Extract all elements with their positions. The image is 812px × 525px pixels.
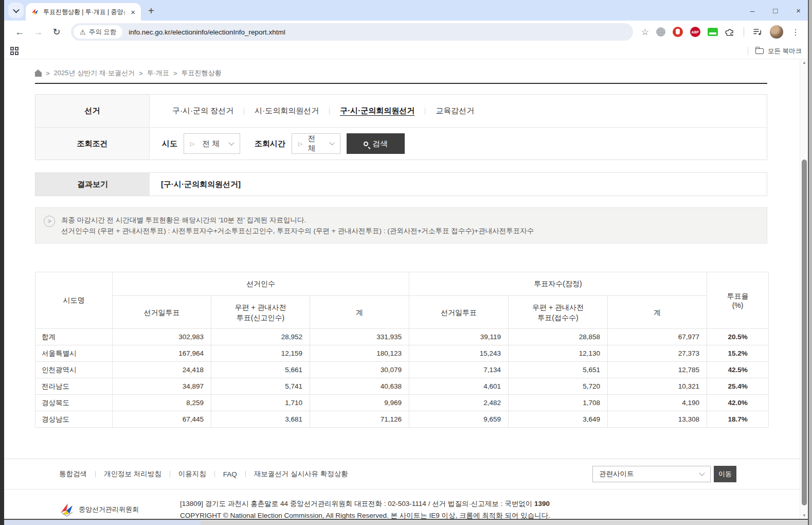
value-cell: 3,649: [509, 411, 608, 428]
notice-line-1: 최종 마감시간 전 시간대별 투표현황은 해당시간의 '10분 전' 집계된 자…: [61, 215, 534, 225]
maximize-button[interactable]: □: [773, 6, 778, 15]
value-cell: 9,969: [310, 395, 409, 411]
value-cell: 13,308: [608, 411, 707, 428]
footer-info: 중앙선거관리위원회 [13809] 경기도 과천시 홍촌말로 44 중앙선거관리…: [4, 489, 800, 519]
footer-link-privacy[interactable]: 개인정보 처리방침: [104, 469, 161, 479]
table-row-incheon: 인천광역시 24,418 5,661 30,079 7,134 5,651 12…: [35, 362, 769, 378]
table-row-gyeongbuk: 경상북도 8,259 1,710 9,969 2,482 1,708 4,190…: [35, 395, 769, 411]
apps-grid-icon[interactable]: [10, 47, 19, 55]
value-cell: 28,858: [509, 329, 608, 345]
reload-button[interactable]: ↻: [48, 24, 65, 40]
election-row: 선거 구·시·군의 장선거 시·도의회의원선거 구·시·군의회의원선거 교육감선…: [35, 95, 767, 127]
address-bar[interactable]: ⚠ 주의 요함 info.nec.go.kr/electioninfo/elec…: [71, 23, 633, 41]
value-cell: 28,952: [211, 329, 310, 345]
scroll-down-arrow[interactable]: ▼: [800, 513, 808, 518]
footer-link-faq[interactable]: FAQ: [223, 470, 237, 478]
desktop-edge-left: [0, 0, 4, 525]
value-cell: 2,482: [409, 395, 509, 411]
value-cell: 1,708: [509, 395, 608, 411]
time-select-value: 전 체: [308, 134, 322, 153]
value-cell: 5,661: [211, 362, 310, 378]
scroll-up-arrow[interactable]: ▲: [800, 60, 808, 65]
tab-gu-si-gun-mayor[interactable]: 구·시·군의 장선거: [162, 106, 244, 116]
sido-select-value: 전 체: [202, 139, 220, 149]
page-scrollbar[interactable]: ▲ ▼: [800, 59, 808, 519]
security-chip[interactable]: ⚠ 주의 요함: [74, 25, 122, 39]
nec-logo-icon: [59, 502, 75, 517]
table-row-jeonnam: 전라남도 34,897 5,741 40,638 4,601 5,720 10,…: [35, 378, 769, 395]
search-button[interactable]: 검색: [347, 133, 405, 154]
region-cell: 전라남도: [35, 378, 113, 395]
value-cell: 40,638: [310, 378, 409, 395]
value-cell: 5,741: [211, 378, 310, 395]
media-playlist-icon[interactable]: [752, 27, 763, 37]
abp-icon[interactable]: ABP: [690, 27, 700, 37]
value-cell: 8,259: [113, 395, 211, 411]
adblock-icon[interactable]: [673, 27, 683, 37]
bookmarks-divider: [748, 47, 748, 55]
rate-cell: 15.2%: [707, 345, 769, 362]
rate-cell: 25.4%: [707, 378, 769, 395]
footer-hotline: 1390: [534, 500, 550, 507]
col-header-voters-mail: 우편 + 관내사전 투표(접수수): [509, 296, 608, 329]
value-cell: 7,134: [409, 362, 509, 378]
value-cell: 71,126: [310, 411, 409, 428]
back-button[interactable]: ←: [11, 24, 28, 40]
value-cell: 3,681: [211, 411, 310, 428]
forward-button[interactable]: →: [30, 24, 46, 40]
vote-progress-table: 시도명 선거인수 투표자수(잠정) 투표율 (%) 선거일투표 우편 + 관내사…: [35, 272, 769, 428]
region-cell: 합계: [35, 329, 113, 345]
footer-address-line: [13809] 경기도 과천시 홍촌말로 44 중앙선거관리위원회 대표전화 :…: [180, 500, 534, 507]
value-cell: 67,445: [113, 411, 211, 428]
notice-box: > 최종 마감시간 전 시간대별 투표현황은 해당시간의 '10분 전' 집계된…: [35, 207, 767, 243]
col-header-voters-total: 계: [608, 296, 707, 329]
minimize-button[interactable]: –: [750, 6, 754, 15]
time-select[interactable]: ▷ 전 체: [292, 133, 340, 154]
footer-link-byelection-status[interactable]: 재보궐선거 실시사유 확정상황: [254, 469, 348, 479]
footer-link-terms[interactable]: 이용지침: [178, 469, 206, 479]
bookmark-star-icon[interactable]: ☆: [641, 27, 649, 38]
breadcrumb-separator: >: [46, 69, 50, 77]
tab-search-button[interactable]: [8, 3, 24, 18]
triangle-icon: ▷: [298, 141, 302, 147]
breadcrumb-separator: >: [173, 69, 177, 77]
result-box: 결과보기 [구·시·군의회의원선거]: [35, 172, 767, 196]
new-tab-button[interactable]: +: [148, 5, 154, 17]
breadcrumb-item-election[interactable]: 2025년 상반기 재·보궐선거: [54, 68, 135, 78]
footer-link-divider: [170, 471, 170, 477]
browser-menu-icon[interactable]: ⋮: [790, 27, 801, 37]
close-button[interactable]: ×: [796, 6, 801, 15]
col-header-region: 시도명: [35, 272, 113, 329]
go-button[interactable]: 이동: [714, 466, 736, 482]
value-cell: 15,243: [409, 345, 509, 362]
tab-superintendent[interactable]: 교육감선거: [425, 106, 484, 116]
browser-tab[interactable]: 투표진행상황 | 투·개표 | 중앙선 ×: [26, 3, 141, 21]
extension-globe-icon[interactable]: [656, 27, 665, 37]
profile-avatar[interactable]: [770, 25, 783, 39]
col-group-electors: 선거인수: [113, 272, 409, 296]
col-header-electors-day: 선거일투표: [113, 296, 211, 329]
sido-select[interactable]: ▷ 전 체: [184, 133, 240, 154]
all-bookmarks-button[interactable]: 모든 북마크: [748, 47, 802, 56]
scrollbar-thumb[interactable]: [802, 160, 807, 505]
time-label: 조회시간: [255, 139, 285, 149]
home-icon[interactable]: [35, 73, 42, 77]
all-bookmarks-label: 모든 북마크: [768, 47, 802, 56]
breadcrumb-item-vote[interactable]: 투·개표: [147, 68, 169, 78]
triangle-icon: ▷: [190, 141, 194, 147]
footer-link-search[interactable]: 통합검색: [59, 469, 87, 479]
footer-link-bar: 통합검색 개인정보 처리방침 이용지침 FAQ 재보궐선거 실시사유 확정상황 …: [4, 459, 800, 489]
extension-green-icon[interactable]: [708, 28, 718, 36]
footer-copyright: COPYRIGHT © National Election Commission…: [180, 510, 550, 519]
footer-link-divider: [245, 471, 246, 477]
value-cell: 5,720: [509, 378, 608, 395]
tab-sido-council[interactable]: 시·도의회의원선거: [244, 106, 329, 116]
value-cell: 167,964: [113, 345, 211, 362]
url-text: info.nec.go.kr/electioninfo/electionInfo…: [129, 28, 285, 36]
tab-gu-si-gun-council-selected[interactable]: 구·시·군의회의원선거: [330, 106, 425, 116]
election-type-tabs: 구·시·군의 장선거 시·도의회의원선거 구·시·군의회의원선거 교육감선거: [162, 106, 484, 116]
extensions-puzzle-icon[interactable]: [725, 27, 735, 37]
search-icon: [364, 142, 368, 146]
related-sites-select[interactable]: 관련사이트: [592, 466, 711, 482]
tab-close-icon[interactable]: ×: [129, 8, 137, 16]
